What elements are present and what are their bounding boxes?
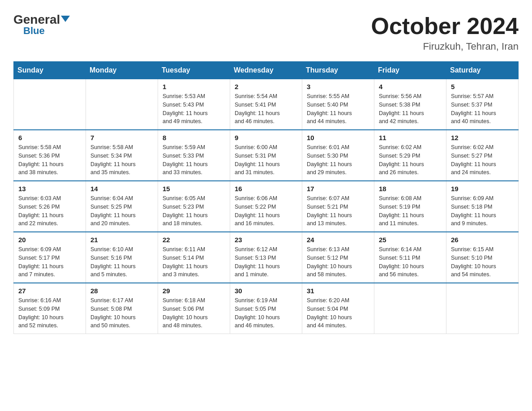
calendar-week-row: 13Sunrise: 6:03 AM Sunset: 5:26 PM Dayli… [14,181,519,232]
day-number: 16 [235,185,297,193]
day-number: 7 [90,134,153,141]
day-info: Sunrise: 6:17 AM Sunset: 5:08 PM Dayligh… [90,296,153,330]
calendar-cell: 24Sunrise: 6:13 AM Sunset: 5:12 PM Dayli… [302,232,374,283]
day-number: 29 [163,287,225,295]
day-number: 19 [451,185,514,193]
calendar-week-row: 1Sunrise: 5:53 AM Sunset: 5:43 PM Daylig… [14,79,519,130]
calendar-cell: 31Sunrise: 6:20 AM Sunset: 5:04 PM Dayli… [302,283,374,334]
calendar-cell: 12Sunrise: 6:02 AM Sunset: 5:27 PM Dayli… [446,130,519,181]
day-info: Sunrise: 5:57 AM Sunset: 5:37 PM Dayligh… [451,92,514,126]
day-number: 21 [90,236,153,244]
day-number: 1 [163,83,225,90]
weekday-header-monday: Monday [86,62,158,79]
day-info: Sunrise: 6:03 AM Sunset: 5:26 PM Dayligh… [18,194,81,228]
calendar-cell [374,283,446,334]
day-info: Sunrise: 6:14 AM Sunset: 5:11 PM Dayligh… [379,245,442,279]
weekday-header-sunday: Sunday [14,62,86,79]
calendar-cell: 4Sunrise: 5:56 AM Sunset: 5:38 PM Daylig… [374,79,446,130]
calendar-table: SundayMondayTuesdayWednesdayThursdayFrid… [13,61,519,334]
day-info: Sunrise: 6:08 AM Sunset: 5:19 PM Dayligh… [379,194,442,228]
logo-blue-text: Blue [23,26,45,36]
day-info: Sunrise: 6:05 AM Sunset: 5:23 PM Dayligh… [163,194,225,228]
day-info: Sunrise: 5:58 AM Sunset: 5:36 PM Dayligh… [18,143,81,177]
day-number: 4 [379,83,442,90]
calendar-cell: 27Sunrise: 6:16 AM Sunset: 5:09 PM Dayli… [14,283,86,334]
day-info: Sunrise: 6:13 AM Sunset: 5:12 PM Dayligh… [307,245,369,279]
day-number: 15 [163,185,225,193]
day-info: Sunrise: 6:09 AM Sunset: 5:18 PM Dayligh… [451,194,514,228]
day-number: 9 [235,134,297,141]
day-info: Sunrise: 6:02 AM Sunset: 5:27 PM Dayligh… [451,143,514,177]
calendar-cell: 22Sunrise: 6:11 AM Sunset: 5:14 PM Dayli… [158,232,230,283]
day-number: 31 [307,287,369,295]
day-number: 13 [18,185,81,193]
day-info: Sunrise: 6:00 AM Sunset: 5:31 PM Dayligh… [235,143,297,177]
calendar-cell: 20Sunrise: 6:09 AM Sunset: 5:17 PM Dayli… [14,232,86,283]
calendar-cell: 23Sunrise: 6:12 AM Sunset: 5:13 PM Dayli… [230,232,302,283]
page-header: General Blue October 2024 Firuzkuh, Tehr… [13,13,519,52]
calendar-cell: 26Sunrise: 6:15 AM Sunset: 5:10 PM Dayli… [446,232,519,283]
weekday-header-wednesday: Wednesday [230,62,302,79]
calendar-cell: 6Sunrise: 5:58 AM Sunset: 5:36 PM Daylig… [14,130,86,181]
day-info: Sunrise: 5:55 AM Sunset: 5:40 PM Dayligh… [307,92,369,126]
calendar-cell: 19Sunrise: 6:09 AM Sunset: 5:18 PM Dayli… [446,181,519,232]
day-number: 8 [163,134,225,141]
day-number: 28 [90,287,153,295]
calendar-cell: 14Sunrise: 6:04 AM Sunset: 5:25 PM Dayli… [86,181,158,232]
day-info: Sunrise: 6:04 AM Sunset: 5:25 PM Dayligh… [90,194,153,228]
day-number: 3 [307,83,369,90]
day-number: 10 [307,134,369,141]
day-info: Sunrise: 5:53 AM Sunset: 5:43 PM Dayligh… [163,92,225,126]
logo: General Blue [13,13,70,36]
day-number: 14 [90,185,153,193]
calendar-cell: 29Sunrise: 6:18 AM Sunset: 5:06 PM Dayli… [158,283,230,334]
calendar-cell: 8Sunrise: 5:59 AM Sunset: 5:33 PM Daylig… [158,130,230,181]
day-number: 23 [235,236,297,244]
calendar-cell: 16Sunrise: 6:06 AM Sunset: 5:22 PM Dayli… [230,181,302,232]
location-title: Firuzkuh, Tehran, Iran [371,41,519,52]
day-number: 12 [451,134,514,141]
calendar-cell: 21Sunrise: 6:10 AM Sunset: 5:16 PM Dayli… [86,232,158,283]
day-number: 11 [379,134,442,141]
day-number: 17 [307,185,369,193]
month-title: October 2024 [371,13,519,39]
day-info: Sunrise: 5:59 AM Sunset: 5:33 PM Dayligh… [163,143,225,177]
logo-triangle-icon [61,16,70,22]
day-number: 24 [307,236,369,244]
calendar-cell: 17Sunrise: 6:07 AM Sunset: 5:21 PM Dayli… [302,181,374,232]
calendar-cell: 13Sunrise: 6:03 AM Sunset: 5:26 PM Dayli… [14,181,86,232]
calendar-cell: 2Sunrise: 5:54 AM Sunset: 5:41 PM Daylig… [230,79,302,130]
day-info: Sunrise: 6:01 AM Sunset: 5:30 PM Dayligh… [307,143,369,177]
day-number: 22 [163,236,225,244]
calendar-cell: 10Sunrise: 6:01 AM Sunset: 5:30 PM Dayli… [302,130,374,181]
calendar-cell: 28Sunrise: 6:17 AM Sunset: 5:08 PM Dayli… [86,283,158,334]
weekday-header-thursday: Thursday [302,62,374,79]
day-number: 20 [18,236,81,244]
weekday-header-friday: Friday [374,62,446,79]
calendar-cell: 18Sunrise: 6:08 AM Sunset: 5:19 PM Dayli… [374,181,446,232]
calendar-cell: 25Sunrise: 6:14 AM Sunset: 5:11 PM Dayli… [374,232,446,283]
calendar-week-row: 20Sunrise: 6:09 AM Sunset: 5:17 PM Dayli… [14,232,519,283]
calendar-cell: 7Sunrise: 5:58 AM Sunset: 5:34 PM Daylig… [86,130,158,181]
day-number: 25 [379,236,442,244]
day-info: Sunrise: 6:16 AM Sunset: 5:09 PM Dayligh… [18,296,81,330]
day-info: Sunrise: 5:58 AM Sunset: 5:34 PM Dayligh… [90,143,153,177]
day-info: Sunrise: 6:18 AM Sunset: 5:06 PM Dayligh… [163,296,225,330]
day-info: Sunrise: 6:02 AM Sunset: 5:29 PM Dayligh… [379,143,442,177]
calendar-cell: 11Sunrise: 6:02 AM Sunset: 5:29 PM Dayli… [374,130,446,181]
day-info: Sunrise: 6:15 AM Sunset: 5:10 PM Dayligh… [451,245,514,279]
calendar-cell: 15Sunrise: 6:05 AM Sunset: 5:23 PM Dayli… [158,181,230,232]
weekday-header-tuesday: Tuesday [158,62,230,79]
calendar-cell: 5Sunrise: 5:57 AM Sunset: 5:37 PM Daylig… [446,79,519,130]
day-info: Sunrise: 6:20 AM Sunset: 5:04 PM Dayligh… [307,296,369,330]
day-number: 6 [18,134,81,141]
calendar-header-row: SundayMondayTuesdayWednesdayThursdayFrid… [14,62,519,79]
calendar-cell [14,79,86,130]
title-block: October 2024 Firuzkuh, Tehran, Iran [371,13,519,52]
day-number: 27 [18,287,81,295]
day-number: 2 [235,83,297,90]
day-number: 30 [235,287,297,295]
day-info: Sunrise: 6:11 AM Sunset: 5:14 PM Dayligh… [163,245,225,279]
logo-general-text: General [13,13,60,26]
day-info: Sunrise: 6:09 AM Sunset: 5:17 PM Dayligh… [18,245,81,279]
